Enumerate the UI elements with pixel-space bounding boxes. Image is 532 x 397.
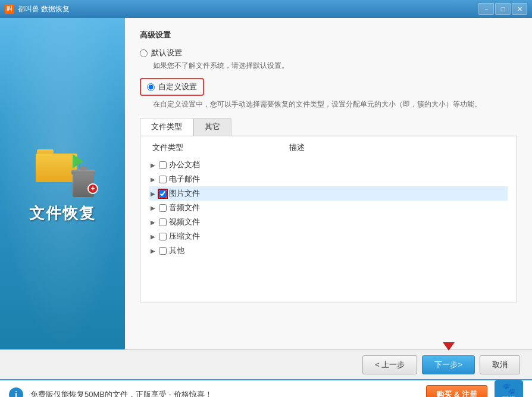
tab-other[interactable]: 其它 <box>193 118 231 136</box>
maximize-button[interactable]: □ <box>495 3 511 15</box>
button-bar: < 上一步 下一步> 取消 <box>0 349 532 379</box>
expand-arrow-video[interactable]: ▶ <box>149 218 157 226</box>
radio-default-label[interactable]: 默认设置 <box>151 48 182 58</box>
file-item-compress: ▶ 压缩文件 <box>149 229 508 243</box>
titlebar-buttons: － □ ✕ <box>478 3 527 15</box>
tabs: 文件类型 其它 <box>140 118 517 136</box>
expand-arrow-compress[interactable]: ▶ <box>149 233 157 240</box>
checkbox-email[interactable] <box>159 176 167 183</box>
file-item-image: ▶ 图片文件 <box>149 186 508 201</box>
buy-button[interactable]: 购买 & 注册 <box>426 385 487 397</box>
sidebar-label: 文件恢复 <box>29 203 96 224</box>
titlebar-title: 都叫兽 数据恢复 <box>18 4 478 14</box>
radio-group: 默认设置 如果您不了解文件系统，请选择默认设置。 <box>140 48 517 71</box>
file-item-office: ▶ 办公文档 <box>149 158 508 172</box>
checkbox-office[interactable] <box>159 161 167 169</box>
cancel-button[interactable]: 取消 <box>480 355 520 374</box>
label-image[interactable]: 图片文件 <box>169 188 200 199</box>
file-item-other: ▶ 其他 <box>149 243 508 258</box>
info-icon: i <box>9 387 23 397</box>
content-area: 高级设置 默认设置 如果您不了解文件系统，请选择默认设置。 自定义设置 在自定义… <box>125 18 532 349</box>
mascot-label: 🐾 都叫兽 数据专家™ <box>499 383 520 397</box>
next-button-wrapper: 下一步> <box>422 355 475 374</box>
expand-arrow-image[interactable]: ▶ <box>149 190 157 197</box>
radio-default-row: 默认设置 <box>140 48 517 58</box>
file-item-video: ▶ 视频文件 <box>149 215 508 229</box>
expand-arrow-other[interactable]: ▶ <box>149 247 157 254</box>
label-video[interactable]: 视频文件 <box>169 217 200 227</box>
sidebar-icon-area: + 文件恢复 <box>27 143 98 224</box>
app-icon: 叫 <box>5 4 14 14</box>
label-other[interactable]: 其他 <box>169 245 184 256</box>
section-title: 高级设置 <box>140 30 517 40</box>
expand-arrow-office[interactable]: ▶ <box>149 161 157 168</box>
minimize-button[interactable]: － <box>478 3 494 15</box>
radio-custom-label[interactable]: 自定义设置 <box>158 82 197 92</box>
file-types-panel: 文件类型 描述 ▶ 办公文档 ▶ 电子邮件 ▶ <box>140 136 517 302</box>
radio-custom[interactable] <box>147 83 155 91</box>
file-item-audio: ▶ 音频文件 <box>149 201 508 215</box>
footer: i 免费版仅能恢复50MB的文件，正版享受 - 价格惊喜！ 购买 & 注册 🐾 … <box>0 379 532 397</box>
label-office[interactable]: 办公文档 <box>169 160 200 170</box>
radio-default-hint: 如果您不了解文件系统，请选择默认设置。 <box>153 61 517 71</box>
prev-button[interactable]: < 上一步 <box>362 355 417 374</box>
checkbox-audio[interactable] <box>159 204 167 212</box>
close-button[interactable]: ✕ <box>512 3 527 15</box>
file-item-email: ▶ 电子邮件 <box>149 172 508 186</box>
label-audio[interactable]: 音频文件 <box>169 202 200 213</box>
sidebar: + 文件恢复 <box>0 18 125 349</box>
checkbox-other[interactable] <box>159 247 167 255</box>
col-type-header: 文件类型 <box>152 142 289 153</box>
custom-hint: 在自定义设置中，您可以手动选择需要恢复的文件类型，设置分配单元的大小（即，簇的大… <box>153 99 517 110</box>
expand-arrow-audio[interactable]: ▶ <box>149 204 157 211</box>
file-list: ▶ 办公文档 ▶ 电子邮件 ▶ 图片文件 ▶ <box>146 158 511 258</box>
titlebar: 叫 都叫兽 数据恢复 － □ ✕ <box>0 0 532 18</box>
mascot: 🐾 都叫兽 数据专家™ <box>495 380 523 397</box>
checkbox-image[interactable] <box>159 190 167 198</box>
arrow-down-icon <box>443 342 455 351</box>
label-email[interactable]: 电子邮件 <box>169 174 200 185</box>
footer-text: 免费版仅能恢复50MB的文件，正版享受 - 价格惊喜！ <box>30 389 419 397</box>
main-container: + 文件恢复 高级设置 默认设置 如果您不了解文件系统，请选择默认设置。 自定义… <box>0 18 532 349</box>
custom-settings-box: 自定义设置 <box>140 78 204 96</box>
label-compress[interactable]: 压缩文件 <box>169 231 200 242</box>
expand-arrow-email[interactable]: ▶ <box>149 176 157 183</box>
col-desc-header: 描述 <box>289 142 505 153</box>
trash-icon: + <box>71 167 95 197</box>
checkbox-video[interactable] <box>159 218 167 226</box>
checkbox-compress[interactable] <box>159 233 167 240</box>
panel-header: 文件类型 描述 <box>146 142 511 153</box>
tab-filetypes[interactable]: 文件类型 <box>140 118 193 136</box>
sidebar-icons: + <box>27 143 98 197</box>
radio-default[interactable] <box>140 49 148 57</box>
next-button[interactable]: 下一步> <box>422 355 475 374</box>
